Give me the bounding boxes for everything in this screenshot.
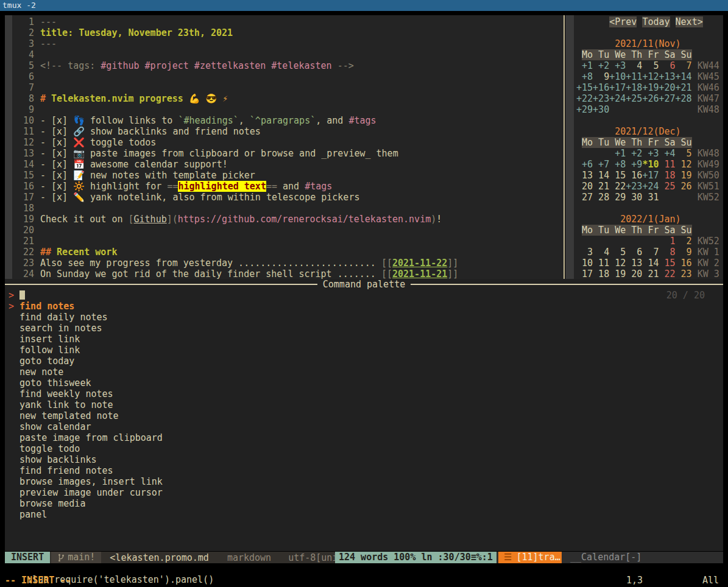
palette-item[interactable]: find weekly notes <box>5 388 723 399</box>
calendar-day[interactable]: +18 <box>626 82 642 93</box>
editor-line[interactable]: 6 <box>12 71 564 82</box>
calendar-day[interactable]: 21 <box>642 269 659 279</box>
calendar-day[interactable]: 12 <box>609 258 626 269</box>
calendar-day[interactable]: +20 <box>659 82 675 93</box>
editor-line[interactable]: 12- [x] ❌ toggle todos <box>12 137 564 148</box>
calendar-day[interactable]: 21 <box>593 181 609 192</box>
calendar-day[interactable]: +24 <box>609 93 626 104</box>
calendar-day[interactable]: 12 <box>676 159 692 170</box>
calendar-day[interactable]: 13 <box>626 258 642 269</box>
calendar-day[interactable]: 14 <box>642 258 659 269</box>
palette-item-selected[interactable]: > find notes <box>5 301 723 312</box>
calendar-day[interactable]: 22 <box>659 269 675 279</box>
calendar-day[interactable]: 2 <box>676 236 692 247</box>
palette-item[interactable]: browse media <box>5 498 723 509</box>
calendar-day[interactable]: +17 <box>642 170 659 181</box>
calendar-day[interactable]: +8 <box>609 159 626 170</box>
calendar-day[interactable]: +23 <box>593 93 609 104</box>
calendar-day[interactable]: +15 <box>576 82 593 93</box>
calendar-day[interactable]: 7 <box>676 60 692 71</box>
calendar-day[interactable]: +21 <box>676 82 692 93</box>
calendar-day[interactable]: 25 <box>659 181 675 192</box>
calendar-day[interactable]: 6 <box>626 247 642 258</box>
calendar-day[interactable]: *10 <box>642 159 659 170</box>
editor-line[interactable]: 24On Sunday we got rid of the daily find… <box>12 269 564 279</box>
editor-line[interactable]: 23Also see my progress from yesterday ..… <box>12 258 564 269</box>
calendar-day[interactable]: 15 <box>659 258 675 269</box>
calendar-day[interactable]: 19 <box>676 170 692 181</box>
calendar-day[interactable]: 5 <box>642 60 659 71</box>
calendar-day[interactable]: +9 <box>626 159 642 170</box>
palette-item[interactable]: follow link <box>5 345 723 356</box>
calendar-day[interactable]: +13 <box>659 71 675 82</box>
calendar-day[interactable]: +24 <box>642 181 659 192</box>
editor-line[interactable]: 15- [x] 📝 new notes with template picker <box>12 170 564 181</box>
calendar-day[interactable]: 7 <box>642 247 659 258</box>
editor-line[interactable]: 8# Telekasten.nvim progress 💪 😎 ⚡ <box>12 93 564 104</box>
editor-line[interactable]: 4 <box>12 49 564 60</box>
editor-line[interactable]: 14- [x] 📅 awesome calendar support! <box>12 159 564 170</box>
palette-item[interactable]: preview image under cursor <box>5 487 723 498</box>
github-link[interactable]: Github <box>134 214 167 225</box>
editor-line[interactable]: 1--- <box>12 16 564 27</box>
calendar-day[interactable]: +16 <box>593 82 609 93</box>
calendar-day[interactable]: +3 <box>642 148 659 159</box>
palette-item[interactable]: find friend notes <box>5 465 723 476</box>
calendar-day[interactable]: +4 <box>659 148 675 159</box>
calendar-pane[interactable]: <Prev Today Next> 2021/11(Nov) Mo Tu We … <box>565 15 723 279</box>
calendar-day[interactable]: 23 <box>676 269 692 279</box>
palette-prompt[interactable]: > 20 / 20 <box>5 290 723 301</box>
note-link[interactable]: 2021-11-22 <box>392 258 447 269</box>
palette-item[interactable]: browse images, insert link <box>5 476 723 487</box>
palette-item[interactable]: paste image from clipboard <box>5 432 723 443</box>
editor-line[interactable]: 16- [x] 🔆 highlight for ==highlighted te… <box>12 181 564 192</box>
calendar-day[interactable]: 5 <box>609 247 626 258</box>
window-separator[interactable] <box>564 15 565 279</box>
palette-item[interactable]: yank link to note <box>5 399 723 410</box>
editor-line[interactable]: 2title: Tuesday, November 23th, 2021 <box>12 27 564 38</box>
calendar-day[interactable]: 10 <box>576 258 593 269</box>
calendar-day[interactable]: +11 <box>626 71 642 82</box>
editor-line[interactable]: 5<!-- tags: #github #project #zettelkast… <box>12 60 564 71</box>
calendar-day[interactable]: 15 <box>609 170 626 181</box>
editor-line[interactable]: 20 <box>12 225 564 236</box>
editor-pane[interactable]: 1---2title: Tuesday, November 23th, 2021… <box>5 15 564 279</box>
calendar-day[interactable]: 20 <box>626 269 642 279</box>
calendar-day[interactable]: 19 <box>609 269 626 279</box>
calendar-today-button[interactable]: Today <box>642 16 670 27</box>
calendar-day[interactable]: +19 <box>642 82 659 93</box>
calendar-day[interactable]: +7 <box>593 159 609 170</box>
calendar-day[interactable]: +1 <box>609 148 626 159</box>
calendar-next-button[interactable]: Next> <box>676 16 703 27</box>
calendar-day[interactable]: +2 <box>626 148 642 159</box>
editor-line[interactable]: 10- [x] 👣 follow links to `#headings`, `… <box>12 115 564 126</box>
calendar-day[interactable]: +17 <box>609 82 626 93</box>
editor-line[interactable]: 3--- <box>12 38 564 49</box>
calendar-day[interactable]: +3 <box>609 60 626 71</box>
palette-item[interactable]: toggle todo <box>5 443 723 454</box>
palette-item[interactable]: search in notes <box>5 323 723 334</box>
editor-line[interactable]: 22## Recent work <box>12 247 564 258</box>
palette-item[interactable]: goto today <box>5 356 723 367</box>
calendar-day[interactable]: 11 <box>593 258 609 269</box>
editor-line[interactable]: 13- [x] 📷 paste images from clipboard or… <box>12 148 564 159</box>
calendar-day[interactable]: +29 <box>576 104 593 115</box>
calendar-day[interactable]: 30 <box>626 192 642 203</box>
calendar-day[interactable]: +10 <box>609 71 626 82</box>
editor-line[interactable]: 9 <box>12 104 564 115</box>
editor-line[interactable]: 17- [x] ✏️ yank notelink, also from with… <box>12 192 564 203</box>
calendar-day[interactable]: 4 <box>593 247 609 258</box>
editor-line[interactable]: 18 <box>12 203 564 214</box>
editor-line[interactable]: 11- [x] 🔗 show backlinks and friend note… <box>12 126 564 137</box>
calendar-day[interactable]: +27 <box>659 93 675 104</box>
calendar-day[interactable]: 26 <box>676 181 692 192</box>
note-link[interactable]: 2021-11-21 <box>392 269 447 279</box>
calendar-day[interactable]: 16 <box>676 258 692 269</box>
calendar-day[interactable]: 14 <box>593 170 609 181</box>
calendar-day[interactable]: +8 <box>576 71 593 82</box>
palette-item[interactable]: new templated note <box>5 410 723 421</box>
palette-item[interactable]: goto thisweek <box>5 378 723 388</box>
calendar-day[interactable]: 6 <box>659 60 675 71</box>
tab-segment[interactable]: ☰[11]tra… <box>498 552 566 563</box>
calendar-day[interactable]: 17 <box>576 269 593 279</box>
